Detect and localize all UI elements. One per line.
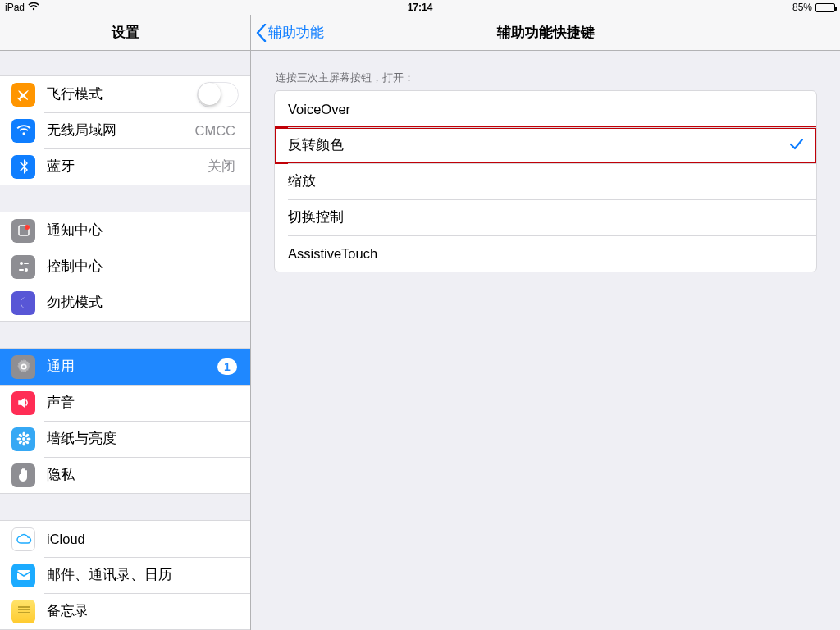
wifi-icon [11,119,35,143]
battery-text: 85% [792,2,812,13]
wifi-status-icon [28,2,39,13]
sidebar-item-dnd[interactable]: 勿扰模式 [0,285,250,321]
sidebar-item-sounds[interactable]: 声音 [0,385,250,421]
gear-icon [11,355,35,379]
svg-rect-18 [18,612,30,613]
option-label: AssistiveTouch [288,246,803,262]
airplane-toggle[interactable] [197,82,239,107]
detail-pane: 辅助功能 辅助功能快捷键 连按三次主屏幕按钮，打开： VoiceOver 反转颜… [251,15,840,630]
back-label: 辅助功能 [268,23,324,42]
sidebar-item-label: 墙纸与亮度 [47,430,239,448]
shortcut-options: VoiceOver 反转颜色 缩放 切换控制 AssistiveTouch [274,90,817,272]
checkmark-icon [790,137,803,154]
detail-navbar: 辅助功能 辅助功能快捷键 [251,15,840,51]
svg-point-1 [25,225,30,230]
moon-icon [11,291,35,315]
hand-icon [11,463,35,487]
option-assistivetouch[interactable]: AssistiveTouch [275,235,816,272]
option-invert-colors[interactable]: 反转颜色 [275,127,816,163]
sidebar-item-label: 无线局域网 [47,121,195,139]
sidebar-item-notification[interactable]: 通知中心 [0,212,250,249]
bluetooth-icon [11,155,35,179]
device-label: iPad [5,2,25,13]
sidebar-item-label: 勿扰模式 [47,294,239,312]
svg-rect-16 [18,606,30,608]
sidebar-group-centers: 通知中心 控制中心 勿扰模式 [0,212,250,322]
sidebar-navbar: 设置 [0,15,250,51]
sidebar-group-connectivity: 飞行模式 无线局域网 CMCC 蓝牙 关闭 [0,75,250,185]
sidebar-item-label: 备忘录 [47,602,239,620]
sidebar-title: 设置 [112,23,139,42]
sidebar-item-label: 蓝牙 [47,158,208,176]
svg-point-14 [18,440,23,445]
sidebar-item-label: 邮件、通讯录、日历 [47,566,239,584]
sidebar-item-control[interactable]: 控制中心 [0,249,250,285]
option-label: 缩放 [288,172,803,190]
speaker-icon [11,391,35,415]
airplane-icon [11,83,35,107]
sidebar-item-icloud[interactable]: iCloud [0,521,250,557]
notes-icon [11,600,35,623]
sidebar-item-label: 飞行模式 [47,85,197,103]
settings-sidebar: 设置 飞行模式 无线局域网 CMCC [0,15,251,630]
notification-icon [11,219,35,243]
wifi-value: CMCC [195,123,236,139]
sidebar-item-label: iCloud [47,532,239,547]
status-bar: iPad 17:14 85% [0,0,840,15]
svg-rect-3 [24,262,29,264]
svg-point-2 [20,262,23,265]
mail-icon [11,564,35,587]
svg-point-4 [25,268,28,272]
svg-point-12 [25,440,30,445]
general-badge: 1 [217,358,237,375]
back-button[interactable]: 辅助功能 [251,23,324,42]
sidebar-item-airplane[interactable]: 飞行模式 [0,76,250,112]
sidebar-item-notes[interactable]: 备忘录 [0,593,250,629]
svg-point-11 [18,433,23,438]
sidebar-item-bluetooth[interactable]: 蓝牙 关闭 [0,148,250,185]
cloud-icon [11,527,35,551]
option-zoom[interactable]: 缩放 [275,163,816,199]
svg-rect-5 [19,269,24,271]
svg-point-6 [22,437,25,441]
sidebar-item-privacy[interactable]: 隐私 [0,457,250,493]
sidebar-group-accounts: iCloud 邮件、通讯录、日历 备忘录 [0,520,250,630]
svg-rect-15 [17,570,30,580]
bluetooth-value: 关闭 [208,158,235,176]
sidebar-item-label: 隐私 [47,466,239,484]
sidebar-item-label: 声音 [47,394,239,412]
sidebar-item-label: 控制中心 [47,258,239,276]
clock: 17:14 [408,2,433,13]
sidebar-item-wifi[interactable]: 无线局域网 CMCC [0,112,250,148]
sidebar-item-mail[interactable]: 邮件、通讯录、日历 [0,557,250,593]
section-header: 连按三次主屏幕按钮，打开： [251,51,840,90]
svg-point-8 [22,441,25,445]
svg-point-10 [26,437,30,440]
svg-point-7 [22,431,25,436]
sidebar-item-label: 通知中心 [47,221,239,240]
svg-point-13 [25,433,30,438]
option-label: VoiceOver [288,102,803,117]
option-label: 切换控制 [288,208,803,226]
option-voiceover[interactable]: VoiceOver [275,91,816,127]
svg-point-9 [16,437,21,440]
sidebar-item-general[interactable]: 通用 1 [0,349,250,385]
control-center-icon [11,255,35,279]
sidebar-item-wallpaper[interactable]: 墙纸与亮度 [0,421,250,457]
sidebar-item-label: 通用 [47,358,217,376]
option-switch-control[interactable]: 切换控制 [275,199,816,235]
battery-icon [815,3,835,12]
option-label: 反转颜色 [288,136,790,154]
detail-title: 辅助功能快捷键 [497,23,595,42]
flower-icon [11,427,35,451]
svg-rect-17 [18,609,30,610]
sidebar-group-settings: 通用 1 声音 墙纸与亮度 [0,348,250,494]
chevron-left-icon [256,24,267,42]
